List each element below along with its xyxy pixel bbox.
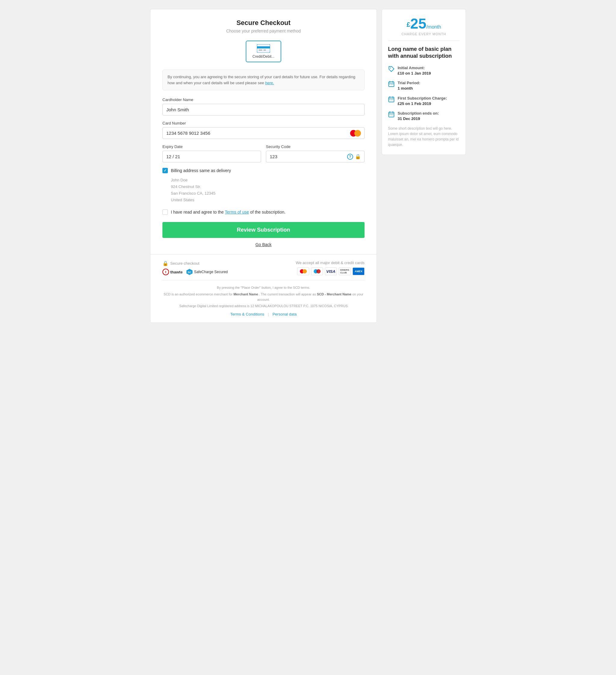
tag-icon bbox=[388, 66, 395, 72]
terms-link[interactable]: Terms of use bbox=[225, 210, 249, 215]
svg-rect-3 bbox=[263, 50, 266, 51]
terms-row: I have read and agree to the Terms of us… bbox=[162, 209, 365, 215]
safecharge-label: SafeCharge Secured bbox=[194, 270, 228, 274]
detail-text: Trial Period: 1 month bbox=[398, 80, 420, 91]
price-currency: £ bbox=[407, 21, 410, 28]
billing-checkbox[interactable] bbox=[162, 168, 168, 173]
detail-value: £10 on 1 Jan 2019 bbox=[398, 71, 431, 75]
footer-secure: 🔒 Secure checkout t thawte SC bbox=[162, 260, 228, 275]
merchant-name: Merchant Name bbox=[233, 292, 258, 296]
go-back-button[interactable]: Go Back bbox=[162, 242, 365, 247]
svg-rect-18 bbox=[389, 99, 390, 100]
svg-rect-26 bbox=[391, 115, 392, 115]
personal-data-link[interactable]: Personal data bbox=[273, 312, 297, 316]
credit-debit-button[interactable]: Credit/Debit... bbox=[246, 41, 281, 62]
accept-label: We accept all major debit & credit cards bbox=[296, 260, 365, 265]
detail-label: Trial Period: bbox=[398, 80, 420, 86]
terms-suffix: of the subscription. bbox=[250, 210, 286, 215]
terms-prefix: I have read and agree to the bbox=[171, 210, 224, 215]
footer-legal: By pressing the "Place Order" button, I … bbox=[162, 280, 365, 316]
accept-cards: We accept all major debit & credit cards bbox=[296, 260, 365, 275]
detail-value: 31 Dec 2019 bbox=[398, 117, 420, 121]
security-label: Security Code bbox=[266, 144, 365, 149]
security-icons: ? 🔒 bbox=[347, 154, 361, 160]
terms-checkbox[interactable] bbox=[162, 209, 168, 215]
address-line1: John Doe bbox=[171, 177, 365, 183]
detail-row: Trial Period: 1 month bbox=[388, 80, 460, 91]
info-box: By continuing, you are agreeing to the s… bbox=[162, 70, 365, 90]
price-period: /month bbox=[426, 24, 441, 29]
address-line2: 924 Chestnut Str. bbox=[171, 183, 365, 190]
secure-lock-icon: 🔒 bbox=[162, 260, 168, 266]
detail-text: First Subscription Charge: £25 on 1 Feb … bbox=[398, 96, 447, 106]
plan-name: Long name of basic plan with annual subs… bbox=[388, 46, 460, 60]
page-wrapper: Secure Checkout Choose your preferred pa… bbox=[150, 9, 466, 323]
expiry-input[interactable] bbox=[162, 151, 261, 162]
svg-rect-20 bbox=[392, 99, 393, 100]
cardholder-label: Cardholder Name bbox=[162, 97, 365, 102]
payment-method-label: Credit/Debit... bbox=[252, 55, 274, 59]
card-number-input[interactable] bbox=[162, 127, 365, 139]
terms-conditions-link[interactable]: Terms & Conditions bbox=[230, 312, 264, 316]
sidebar-card: £25/month CHARGE EVERY MONTH Long name o… bbox=[382, 9, 466, 155]
detail-icon bbox=[388, 66, 395, 72]
legal-text-1: By pressing the "Place Order" button, I … bbox=[162, 285, 365, 291]
secure-text: Secure checkout bbox=[170, 261, 200, 266]
detail-value: 1 month bbox=[398, 86, 413, 90]
legal-text-3: Safecharge Digital Limited registered ad… bbox=[162, 303, 365, 309]
security-group: Security Code ? 🔒 bbox=[266, 144, 365, 162]
detail-label: Subscription ends on: bbox=[398, 111, 439, 116]
svg-rect-12 bbox=[391, 84, 392, 85]
billing-checkbox-label: Billing address same as delivery bbox=[171, 168, 231, 173]
detail-icon bbox=[388, 111, 395, 118]
legal-divider: | bbox=[268, 312, 269, 316]
mastercard-logo bbox=[297, 268, 309, 275]
detail-icon bbox=[388, 81, 395, 87]
secure-checkout-label: 🔒 Secure checkout bbox=[162, 260, 228, 266]
price-amount: 25 bbox=[410, 16, 426, 31]
address-line3: San Francisco CA, 12345 bbox=[171, 190, 365, 197]
address-line4: United States bbox=[171, 197, 365, 203]
question-icon[interactable]: ? bbox=[347, 154, 353, 160]
svg-rect-25 bbox=[389, 115, 390, 115]
review-subscription-button[interactable]: Review Subscription bbox=[162, 222, 365, 238]
detail-text: Subscription ends on: 31 Dec 2019 bbox=[398, 111, 439, 122]
detail-value: £25 on 1 Feb 2019 bbox=[398, 101, 431, 106]
credit-card-icon bbox=[257, 44, 270, 53]
maestro-logo bbox=[311, 268, 323, 275]
svg-point-6 bbox=[390, 67, 391, 68]
visa-logo: VISA bbox=[325, 268, 337, 275]
badges: t thawte SC SafeCharge Secured bbox=[162, 269, 228, 275]
card-number-wrapper bbox=[162, 127, 365, 139]
footer-section: 🔒 Secure checkout t thawte SC bbox=[150, 254, 377, 322]
card-logos: VISA DINERSCLUB AMEX bbox=[297, 268, 365, 275]
detail-row: First Subscription Charge: £25 on 1 Feb … bbox=[388, 96, 460, 106]
card-number-group: Card Number bbox=[162, 121, 365, 139]
info-text: By continuing, you are agreeing to the s… bbox=[167, 75, 355, 85]
legal-links: Terms & Conditions | Personal data bbox=[162, 312, 365, 316]
checkout-section: Secure Checkout Choose your preferred pa… bbox=[150, 9, 377, 254]
info-link[interactable]: here. bbox=[265, 81, 274, 85]
safecharge-badge: SC SafeCharge Secured bbox=[186, 269, 228, 275]
charge-label: CHARGE EVERY MONTH bbox=[388, 32, 460, 36]
amex-logo: AMEX bbox=[353, 268, 365, 275]
payment-method-selector: Credit/Debit... bbox=[162, 41, 365, 62]
price-header: £25/month CHARGE EVERY MONTH bbox=[388, 16, 460, 41]
cardholder-input[interactable] bbox=[162, 104, 365, 116]
thawte-badge: t thawte bbox=[162, 269, 182, 275]
expiry-group: Expiry Date bbox=[162, 144, 261, 162]
detail-row: Initial Amount: £10 on 1 Jan 2019 bbox=[388, 65, 460, 76]
billing-address: John Doe 924 Chestnut Str. San Francisco… bbox=[171, 177, 365, 203]
legal-text-2: SCD is an authorized ecommerce merchant … bbox=[162, 292, 365, 302]
plan-description: Some short description text will go here… bbox=[388, 126, 460, 147]
calendar-icon bbox=[388, 96, 395, 102]
detail-text: Initial Amount: £10 on 1 Jan 2019 bbox=[398, 65, 431, 76]
merchant-name-2: SCD - Merchant Name bbox=[317, 292, 352, 296]
lock-icon: 🔒 bbox=[355, 154, 361, 159]
calendar-icon bbox=[388, 111, 395, 118]
detail-row: Subscription ends on: 31 Dec 2019 bbox=[388, 111, 460, 122]
thawte-icon: t bbox=[162, 269, 169, 275]
terms-label: I have read and agree to the Terms of us… bbox=[171, 210, 286, 215]
expiry-label: Expiry Date bbox=[162, 144, 261, 149]
diners-logo: DINERSCLUB bbox=[339, 268, 351, 275]
